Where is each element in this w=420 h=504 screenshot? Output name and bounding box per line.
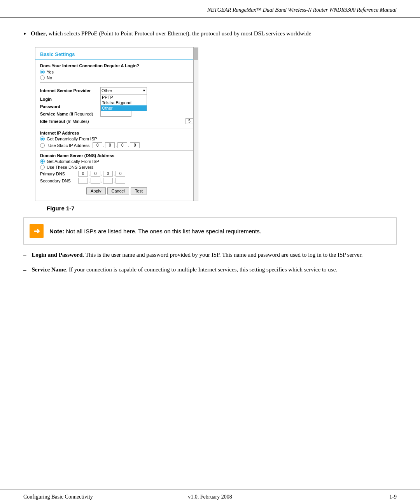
use-static-radio[interactable] [40, 143, 45, 148]
login-question: Does Your Internet Connection Require A … [40, 63, 193, 68]
service-name-row: Service Name (If Required) [40, 111, 193, 117]
yes-radio-row: Yes [40, 70, 193, 74]
primary-dns-octet-1[interactable] [78, 171, 88, 177]
dash-list: – Login and Password. This is the user n… [23, 250, 397, 274]
primary-dns-label: Primary DNS [40, 172, 75, 176]
get-dynamic-label: Get Dynamically From ISP [47, 136, 97, 141]
isp-dropdown-list: PPTP Telstra Bigpond Other [100, 94, 147, 111]
footer-left: Configuring Basic Connectivity [23, 494, 93, 500]
note-bold: Note: [49, 228, 64, 234]
isp-form-area: Internet Service Provider Other ▼ PPTP T… [40, 85, 193, 126]
primary-dns-fields: . . . [78, 171, 125, 177]
bullet-bold: Other [31, 30, 46, 37]
use-static-label: Use Static IP Address [48, 143, 89, 148]
note-rest: Not all ISPs are listed here. The ones o… [64, 228, 261, 234]
dash-content-1: Login and Password. This is the user nam… [32, 250, 363, 259]
use-static-row: Use Static IP Address . . . [40, 142, 193, 148]
divider-3 [40, 150, 193, 151]
idle-timeout-label: Idle Timeout (In Minutes) [40, 119, 89, 124]
bullet-dot: • [23, 28, 26, 39]
secondary-dns-row: Secondary DNS . . . [40, 178, 193, 184]
primary-dns-row: Primary DNS . . . [40, 171, 193, 177]
password-label: Password [40, 104, 100, 109]
note-text: Note: Not all ISPs are listed here. The … [49, 227, 261, 235]
settings-panel-header: Basic Settings [35, 47, 198, 60]
no-radio[interactable] [40, 75, 45, 80]
dash-symbol-1: – [23, 251, 26, 260]
get-dynamic-row: Get Dynamically From ISP [40, 136, 193, 141]
divider-2 [40, 128, 193, 128]
isp-dropdown[interactable]: Other ▼ [100, 87, 147, 94]
dropdown-arrow-icon: ▼ [142, 89, 146, 93]
page-header: NETGEAR RangeMax™ Dual Band Wireless-N R… [0, 0, 420, 18]
login-label: Login [40, 97, 100, 102]
secondary-dns-fields: . . . [78, 178, 125, 184]
primary-dns-octet-2[interactable] [91, 171, 100, 177]
get-dynamic-radio[interactable] [40, 136, 45, 141]
static-ip-octet-1[interactable] [93, 142, 102, 148]
settings-panel: Basic Settings Does Your Internet Connec… [35, 47, 198, 201]
static-ip-octet-2[interactable] [105, 142, 115, 148]
isp-selected-value: Other [102, 88, 112, 93]
main-content: • Other, which selects PPPoE (Point to P… [0, 18, 420, 212]
footer-right: 1-9 [389, 494, 397, 500]
dash-item-1: – Login and Password. This is the user n… [23, 250, 397, 260]
secondary-dns-octet-4[interactable] [116, 178, 125, 184]
dash-rest-1: . This is the user name and password pro… [82, 252, 362, 258]
primary-dns-octet-4[interactable] [116, 171, 125, 177]
buttons-row: Apply Cancel Test [40, 187, 193, 194]
dash-rest-2: . If your connection is capable of conne… [66, 266, 337, 273]
isp-section: Internet Service Provider Other ▼ PPTP T… [40, 85, 193, 126]
idle-timeout-input[interactable] [186, 118, 193, 124]
bullet-text: Other, which selects PPPoE (Point to Poi… [31, 29, 311, 38]
settings-panel-title: Basic Settings [40, 51, 75, 57]
primary-dns-octet-3[interactable] [103, 171, 113, 177]
service-name-sub: (If Required) [69, 112, 93, 116]
no-radio-row: No [40, 75, 193, 80]
get-auto-dns-row: Get Automatically From ISP [40, 159, 193, 164]
panel-scrollbar[interactable] [193, 47, 198, 201]
note-icon: ➜ [30, 224, 44, 238]
bullet-rest: , which selects PPPoE (Point to Point Pr… [46, 30, 311, 37]
secondary-dns-octet-1[interactable] [78, 178, 88, 184]
page-footer: Configuring Basic Connectivity v1.0, Feb… [0, 490, 420, 504]
cancel-button[interactable]: Cancel [107, 187, 129, 194]
secondary-dns-label: Secondary DNS [40, 178, 75, 183]
secondary-dns-octet-3[interactable] [103, 178, 113, 184]
internet-ip-label: Internet IP Address [40, 131, 193, 135]
dropdown-item-telstra[interactable]: Telstra Bigpond [101, 100, 147, 105]
yes-radio[interactable] [40, 70, 45, 74]
scrollbar-thumb [194, 48, 198, 60]
get-auto-dns-radio[interactable] [40, 159, 45, 164]
use-these-dns-radio[interactable] [40, 165, 45, 170]
page-container: NETGEAR RangeMax™ Dual Band Wireless-N R… [0, 0, 420, 504]
service-name-label: Service Name (If Required) [40, 112, 100, 116]
secondary-dns-octet-2[interactable] [91, 178, 100, 184]
figure-label: Figure 1-7 [47, 205, 397, 212]
test-button[interactable]: Test [131, 187, 147, 194]
dash-bold-1: Login and Password [32, 252, 83, 258]
get-auto-dns-label: Get Automatically From ISP [47, 159, 99, 164]
header-title: NETGEAR RangeMax™ Dual Band Wireless-N R… [207, 7, 397, 13]
static-ip-fields: . . . [93, 142, 140, 148]
isp-row: Internet Service Provider Other ▼ PPTP T… [40, 87, 193, 94]
dropdown-item-pptp[interactable]: PPTP [101, 94, 147, 100]
static-ip-octet-4[interactable] [130, 142, 140, 148]
note-box: ➜ Note: Not all ISPs are listed here. Th… [23, 217, 397, 245]
arrow-icon: ➜ [33, 226, 40, 236]
service-name-input[interactable] [100, 111, 131, 117]
use-these-dns-row: Use These DNS Servers [40, 165, 193, 170]
isp-label: Internet Service Provider [40, 88, 100, 93]
dash-item-2: – Service Name. If your connection is ca… [23, 265, 397, 275]
use-these-dns-label: Use These DNS Servers [47, 165, 93, 170]
dash-symbol-2: – [23, 266, 26, 275]
apply-button[interactable]: Apply [86, 187, 106, 194]
bullet-section: • Other, which selects PPPoE (Point to P… [23, 29, 397, 39]
idle-timeout-row: Idle Timeout (In Minutes) [40, 118, 193, 124]
dash-bold-2: Service Name [32, 266, 66, 273]
divider-1 [40, 82, 193, 83]
static-ip-octet-3[interactable] [117, 142, 127, 148]
dropdown-item-other[interactable]: Other [101, 105, 147, 111]
no-label: No [47, 75, 52, 80]
isp-dropdown-container: Other ▼ PPTP Telstra Bigpond Other [100, 87, 147, 94]
